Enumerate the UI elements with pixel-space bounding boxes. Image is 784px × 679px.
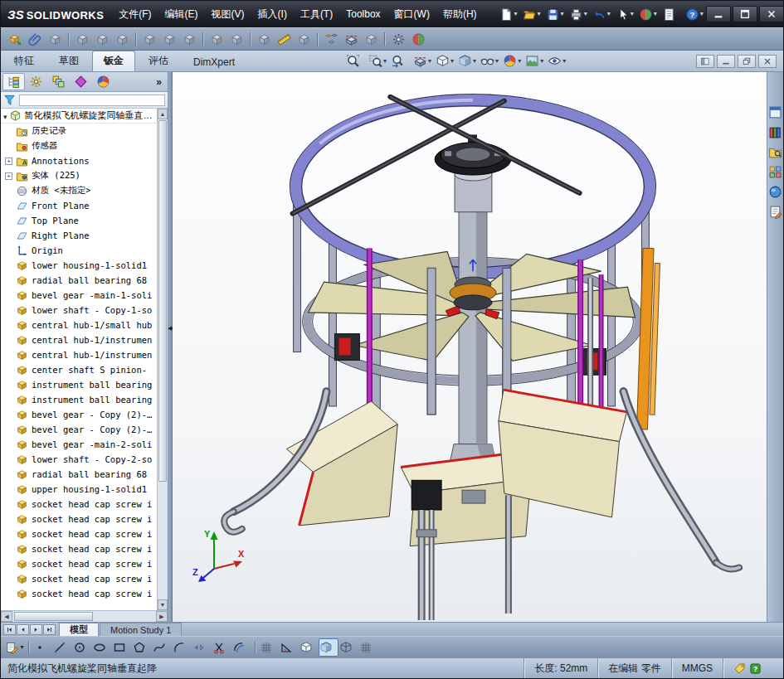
sketch-polygon-button[interactable]: ▾	[132, 638, 152, 657]
document-tab[interactable]: 模型	[59, 623, 99, 636]
scrollbar-thumb[interactable]	[158, 120, 167, 482]
tree-item[interactable]: Top Plane	[1, 213, 157, 228]
appearances-scenes-button[interactable]	[768, 185, 782, 199]
menu-item[interactable]: 文件(F)	[112, 4, 158, 25]
curvature-button[interactable]	[361, 29, 381, 49]
sketch-circle-button[interactable]: ▾	[72, 638, 92, 657]
edit-component-button[interactable]	[207, 29, 226, 49]
rebuild-button[interactable]: ▾	[637, 6, 659, 23]
quick-tips-icon[interactable]: ?	[749, 662, 762, 675]
chevron-down-icon[interactable]: ▾	[383, 58, 387, 65]
dimxpert-manager-button[interactable]	[70, 73, 92, 90]
command-tab[interactable]: 评估	[137, 51, 180, 71]
command-tab[interactable]: 特征	[2, 51, 46, 71]
chevron-down-icon[interactable]: ▾	[540, 58, 543, 65]
tree-item[interactable]: lower shaft - Copy-2-so	[1, 452, 157, 467]
tree-item[interactable]: socket head cap screw_i	[1, 541, 157, 556]
options-gear-button[interactable]	[388, 29, 408, 49]
new-doc-button[interactable]: ▾	[498, 6, 519, 23]
no-external-references-button[interactable]	[226, 29, 246, 49]
panel-overflow-chevrons[interactable]: »	[152, 76, 166, 88]
tree-item[interactable]: Front Plane	[1, 198, 157, 213]
insert-component-button[interactable]	[5, 29, 25, 49]
tree-item[interactable]: radial ball bearing_68_	[1, 273, 157, 288]
configuration-manager-button[interactable]	[47, 73, 70, 90]
sketch-trim-button[interactable]: ▾	[212, 638, 231, 657]
tree-item[interactable]: central hub-1/instrumen	[1, 347, 157, 362]
show-components-button[interactable]	[139, 29, 159, 49]
doc-restore-button[interactable]	[738, 55, 756, 68]
menu-item[interactable]: 编辑(E)	[158, 4, 205, 25]
sketch-spline-button[interactable]: ▾	[152, 638, 172, 657]
open-doc-button[interactable]: ▾	[521, 6, 543, 23]
filter-funnel-icon[interactable]	[3, 94, 16, 106]
tree-item[interactable]: bevel gear - Copy (2)-1-	[1, 407, 157, 422]
tree-item[interactable]: bevel gear - Copy (2)-2-	[1, 422, 157, 437]
model-3d-view[interactable]	[173, 72, 767, 622]
chevron-down-icon[interactable]: ▾	[450, 58, 454, 65]
tree-item[interactable]: socket head cap screw_i	[1, 556, 157, 571]
hide-show-items-button[interactable]: ▾	[479, 53, 500, 69]
expander-icon[interactable]	[5, 158, 12, 165]
chevron-down-icon[interactable]: ▾	[538, 11, 541, 17]
zoom-prev-button[interactable]: ▾	[389, 53, 411, 69]
undo-button[interactable]: ▾	[591, 6, 612, 23]
sw-resources-button[interactable]	[768, 105, 782, 119]
win-min-button[interactable]	[706, 6, 731, 22]
tree-item[interactable]: bevel gear -main-1-soli	[1, 288, 157, 303]
sketch-grid-button[interactable]: ▾	[259, 638, 279, 657]
sketch-offset-button[interactable]: ▾	[231, 638, 251, 657]
chevron-down-icon[interactable]: ▾	[562, 58, 566, 65]
chevron-down-icon[interactable]: ▾	[518, 58, 521, 65]
tree-item[interactable]: socket head cap screw_i	[1, 526, 157, 541]
tree-item[interactable]: instrument ball bearing	[1, 377, 157, 392]
apply-scene-button[interactable]: ▾	[523, 53, 545, 69]
chevron-down-icon[interactable]: ▾	[631, 11, 634, 17]
menu-item[interactable]: 窗口(W)	[387, 4, 436, 25]
rebuild-button[interactable]	[408, 29, 428, 49]
sketch-button[interactable]: ▾	[5, 638, 25, 657]
mate-button[interactable]	[25, 29, 45, 49]
doc-min-button[interactable]	[717, 55, 735, 68]
sketch-mirror-button[interactable]: ▾	[192, 638, 212, 657]
design-library-button[interactable]	[768, 125, 782, 139]
tree-horizontal-scrollbar[interactable]: ◀ ▶	[1, 610, 168, 622]
chevron-down-icon[interactable]: ▾	[514, 11, 518, 17]
view-wire-cube-button[interactable]: ▾	[338, 638, 358, 657]
sketch-ellipse-button[interactable]: ▾	[92, 638, 112, 657]
tree-item[interactable]: center shaft S pinion-	[1, 362, 157, 377]
chevron-down-icon[interactable]: ▾	[495, 58, 499, 65]
file-explorer-button[interactable]	[768, 145, 782, 159]
sketch-angle-button[interactable]: ▾	[279, 638, 299, 657]
sketch-point-button[interactable]: ▾	[32, 638, 52, 657]
select-cursor-button[interactable]: ▾	[614, 6, 635, 23]
tab-scroll-first-button[interactable]	[3, 624, 16, 635]
tree-item[interactable]: Origin	[1, 243, 157, 258]
section-view-button[interactable]	[341, 29, 361, 49]
display-manager-button[interactable]	[92, 73, 114, 90]
chevron-down-icon[interactable]: ▾	[654, 11, 657, 17]
menu-item[interactable]: 帮助(H)	[436, 4, 484, 25]
snap-grid-button[interactable]: ▾	[358, 638, 378, 657]
view-settings-button[interactable]: ▾	[546, 53, 567, 69]
tree-item[interactable]: socket head cap screw_i	[1, 571, 157, 586]
chevron-down-icon[interactable]: ▾	[700, 11, 704, 17]
sketch-rectangle-button[interactable]: ▾	[112, 638, 132, 657]
tree-item[interactable]: socket head cap screw_i	[1, 497, 157, 512]
dock-pin-button[interactable]	[696, 55, 714, 68]
menu-item[interactable]: 工具(T)	[294, 4, 339, 25]
change-transparency-button[interactable]	[179, 29, 199, 49]
tree-item[interactable]: central hub-1/instrumen	[1, 332, 157, 347]
help-button[interactable]: ? ▾	[684, 6, 705, 23]
win-max-button[interactable]	[733, 6, 757, 22]
graphics-viewport[interactable]: Y X Z	[173, 72, 767, 622]
tree-item[interactable]: lower shaft - Copy-1-so	[1, 303, 157, 318]
tree-item[interactable]: 材质 <未指定>	[1, 183, 157, 198]
display-style-button[interactable]: ▾	[456, 53, 478, 69]
tree-item[interactable]: Annotations	[1, 153, 157, 168]
move-component-button[interactable]	[92, 29, 112, 49]
chevron-down-icon[interactable]: ▾	[473, 58, 476, 65]
tree-vertical-scrollbar[interactable]	[157, 109, 168, 610]
sketch-line-button[interactable]: ▾	[52, 638, 72, 657]
chevron-down-icon[interactable]: ▾	[561, 11, 564, 17]
